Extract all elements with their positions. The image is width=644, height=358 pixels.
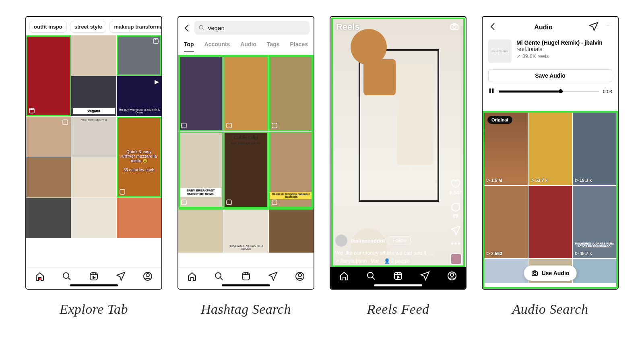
- tagged-people[interactable]: 👤 2 people: [384, 258, 410, 264]
- share-button[interactable]: [450, 225, 461, 236]
- chip-street[interactable]: street style: [70, 21, 107, 33]
- grid-post[interactable]: [573, 259, 616, 283]
- post-caption: BABY BREAKFAST SMOOTHIE BOWL: [180, 188, 221, 197]
- grid-post[interactable]: [26, 157, 71, 198]
- save-audio-button[interactable]: Save Audio: [488, 69, 612, 82]
- more-icon[interactable]: [604, 22, 612, 33]
- like-count: 8,547: [450, 190, 462, 195]
- chip-outfit[interactable]: outfit inspo: [29, 21, 67, 33]
- grid-post[interactable]: [484, 259, 528, 283]
- tab-top[interactable]: Top: [184, 37, 194, 52]
- nav-reels[interactable]: [89, 271, 99, 282]
- grid-post[interactable]: [269, 55, 314, 131]
- nav-reels[interactable]: [241, 271, 251, 282]
- svg-rect-2: [63, 120, 68, 125]
- svg-rect-14: [272, 200, 277, 205]
- search-tabs: Top Accounts Audio Tags Places: [178, 37, 314, 52]
- comment-button[interactable]: 69: [450, 202, 461, 219]
- user-avatar[interactable]: [335, 235, 347, 247]
- tab-places[interactable]: Places: [290, 37, 308, 52]
- reel-info: thelineanddot Follow We like our money w…: [335, 235, 442, 264]
- grid-post[interactable]: [178, 55, 223, 131]
- svg-rect-0: [29, 108, 34, 113]
- grid-post[interactable]: [223, 55, 268, 131]
- play-icon: ▶: [155, 78, 159, 85]
- comment-count: 69: [453, 213, 458, 219]
- audio-artist[interactable]: reel.torials: [516, 46, 612, 52]
- post-caption: fake fake fake real: [72, 117, 115, 123]
- svg-point-29: [608, 25, 608, 25]
- camera-icon[interactable]: [450, 22, 460, 32]
- grid-post[interactable]: [528, 186, 572, 258]
- svg-rect-11: [272, 123, 277, 128]
- page-title: Audio: [534, 24, 552, 31]
- nav-home[interactable]: [187, 271, 197, 282]
- home-indicator: [222, 284, 270, 286]
- nav-home[interactable]: [35, 271, 45, 282]
- nav-profile[interactable]: [142, 271, 153, 282]
- progress-knob[interactable]: [559, 89, 563, 93]
- post-caption: The guy who forgot to add milk to Oreos: [118, 107, 161, 115]
- nav-search[interactable]: [62, 271, 72, 282]
- svg-point-34: [534, 272, 536, 275]
- play-count: ▷ 2,563: [487, 251, 502, 256]
- svg-rect-1: [153, 39, 158, 43]
- more-button[interactable]: [450, 242, 461, 253]
- back-icon[interactable]: [182, 23, 191, 32]
- grid-post[interactable]: ▷ 53.7 k: [528, 113, 572, 185]
- nav-profile[interactable]: [295, 271, 305, 282]
- grid-post[interactable]: [269, 208, 314, 253]
- home-indicator: [70, 284, 118, 286]
- grid-post[interactable]: [178, 208, 223, 253]
- nav-activity[interactable]: [268, 271, 278, 282]
- pause-button[interactable]: [488, 88, 495, 95]
- chip-makeup[interactable]: makeup transformation: [109, 21, 161, 33]
- back-icon[interactable]: [488, 22, 498, 33]
- grid-post[interactable]: fake fake fake real: [71, 117, 116, 157]
- sound-thumbnail[interactable]: [450, 253, 462, 265]
- grid-post[interactable]: ▶ The guy who forgot to add milk to Oreo…: [117, 76, 161, 116]
- grid-post[interactable]: [71, 35, 116, 76]
- username[interactable]: thelineanddot: [351, 238, 385, 244]
- share-icon[interactable]: [589, 22, 599, 33]
- original-badge: Original: [487, 116, 512, 124]
- grid-post[interactable]: [117, 198, 161, 238]
- grid-post[interactable]: 04 mix de temperos naturais e saudáveis: [269, 132, 314, 208]
- phone-explore: outfit inspo street style makeup transfo…: [25, 16, 162, 290]
- tab-tags[interactable]: Tags: [267, 37, 280, 52]
- grid-post[interactable]: HOMEMADE VEGAN DELI SLICES: [223, 208, 268, 253]
- grid-post[interactable]: [71, 157, 116, 198]
- grid-post[interactable]: Vegans: [71, 76, 116, 116]
- nav-activity[interactable]: [116, 271, 126, 282]
- grid-post[interactable]: ▷ 19.3 k: [573, 113, 616, 185]
- grid-post[interactable]: MELHORES LUGARES PARA FOTOS EM EDIMBURGO…: [573, 186, 616, 258]
- follow-button[interactable]: Follow: [388, 236, 411, 245]
- grid-post[interactable]: ▷ 2,563: [484, 186, 528, 258]
- search-icon: [198, 25, 205, 31]
- hashtag-grid: BABY BREAKFAST SMOOTHIE BOWL Coffee Chip…: [178, 55, 314, 267]
- search-input[interactable]: vegan: [194, 21, 310, 35]
- grid-post[interactable]: [117, 35, 161, 76]
- nav-search[interactable]: [214, 271, 224, 282]
- grid-post[interactable]: Quick & easy airfryer mozzarella melts 🤤…: [117, 117, 161, 198]
- use-audio-button[interactable]: Use Audio: [524, 265, 577, 281]
- grid-post[interactable]: BABY BREAKFAST SMOOTHIE BOWL: [178, 132, 223, 208]
- reel-caption: We like our money where we can see it …: [335, 250, 442, 256]
- grid-post[interactable]: Coffee Chip ICE CREAM BARS: [223, 132, 268, 208]
- tab-audio[interactable]: Audio: [240, 37, 256, 52]
- phone-reels: Reels 8,547 69 thelineanddot Follow We l…: [330, 16, 466, 290]
- audio-attribution[interactable]: ↗ ffanylaibhen · Mar: [335, 258, 379, 264]
- like-button[interactable]: 8,547: [450, 179, 462, 195]
- progress-bar[interactable]: [499, 91, 599, 92]
- explore-grid: Vegans ▶ The guy who forgot to add milk …: [26, 35, 161, 267]
- grid-post[interactable]: [26, 117, 71, 157]
- tab-accounts[interactable]: Accounts: [204, 37, 230, 52]
- svg-rect-3: [120, 189, 125, 194]
- grid-post[interactable]: Original ▷ 1.5 M: [484, 113, 528, 185]
- grid-post[interactable]: [71, 198, 116, 238]
- grid-post[interactable]: [26, 198, 71, 238]
- audio-cover[interactable]: Reel Torials: [488, 39, 512, 63]
- post-caption: Coffee Chip: [225, 134, 266, 142]
- grid-post[interactable]: [26, 35, 71, 116]
- svg-point-28: [607, 25, 607, 25]
